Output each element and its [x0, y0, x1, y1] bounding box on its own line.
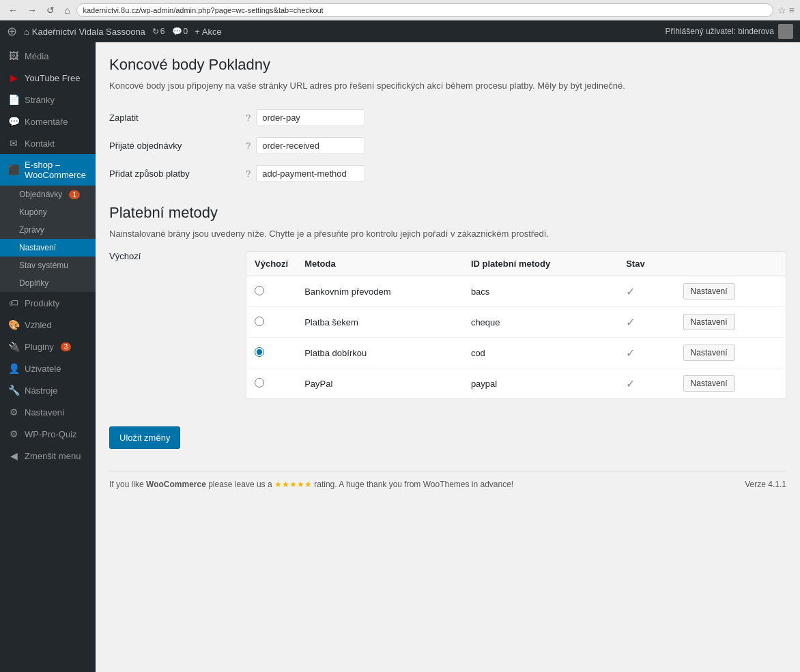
payment-methods-desc: Nainstalované brány jsou uvedeny níže. C… [109, 227, 786, 241]
table-row[interactable]: Platba šekem cheque ✓ Nastavení [246, 307, 786, 338]
table-row[interactable]: Platba dobírkou cod ✓ Nastavení [246, 338, 786, 368]
sidebar-item-media[interactable]: 🖼 Média [0, 45, 96, 67]
field-label-addpayment: Přidat způsob platby [109, 169, 246, 179]
nav-forward-button[interactable]: → [25, 3, 40, 17]
user-label: Přihlášený uživatel: binderova [666, 27, 774, 36]
id-bacs: bacs [463, 276, 618, 307]
sidebar-label-media: Média [25, 51, 48, 61]
settings-btn-cod[interactable]: Nastavení [683, 345, 735, 361]
sidebar-item-wpprequiz[interactable]: ⚙ WP-Pro-Quiz [0, 423, 96, 445]
col-method: Metoda [296, 252, 463, 276]
footer-text-after: please leave us a [208, 480, 274, 489]
save-changes-button[interactable]: Uložit změny [109, 426, 180, 449]
nav-reload-button[interactable]: ↺ [44, 3, 57, 17]
site-link[interactable]: ⌂ Kadeřnictví Vidala Sassoona [24, 27, 145, 37]
sidebar-item-woocommerce[interactable]: ⬛ E-shop – WooCommerce [0, 154, 96, 186]
nav-back-button[interactable]: ← [5, 3, 20, 17]
status-icon-bacs: ✓ [626, 286, 635, 297]
checkout-endpoints-title: Koncové body Pokladny [109, 56, 786, 74]
menu-icon: ≡ [789, 5, 795, 16]
col-id: ID platební metody [463, 252, 618, 276]
browser-icons: ☆ ≡ [777, 5, 795, 16]
submenu-item-orders[interactable]: Objednávky 1 [0, 186, 96, 203]
updates-icon-group[interactable]: ↻ 6 [152, 27, 165, 36]
products-icon: 🏷 [8, 297, 19, 308]
field-row-addpayment: Přidat způsob platby ? [109, 165, 786, 182]
footer-version: Verze 4.1.1 [745, 480, 786, 489]
pages-icon: 📄 [8, 94, 19, 105]
user-info: Přihlášený uživatel: binderova [666, 24, 793, 39]
gateway-display-row: Výchozí Výchozí Metoda ID platební metod… [109, 251, 786, 399]
payment-methods-section: Platební metody Nainstalované brány jsou… [109, 204, 786, 400]
method-cod: Platba dobírkou [296, 338, 463, 368]
submenu-item-addons[interactable]: Doplňky [0, 274, 96, 292]
addpayment-input[interactable] [256, 165, 365, 182]
quiz-icon: ⚙ [8, 428, 19, 439]
contact-icon: ✉ [8, 138, 19, 149]
status-cheque: ✓ [618, 307, 674, 338]
plugins-badge: 3 [61, 342, 72, 351]
radio-cheque[interactable] [255, 317, 264, 326]
nav-home-button[interactable]: ⌂ [61, 3, 72, 17]
received-help-icon[interactable]: ? [246, 141, 251, 151]
sidebar-label-collapse: Zmenšit menu [25, 451, 81, 461]
comments-icon-group[interactable]: 💬 0 [172, 27, 188, 36]
sidebar-label-plugins: Pluginy [25, 342, 54, 352]
checkout-endpoints-desc: Koncové body jsou připojeny na vaše strá… [109, 79, 786, 93]
sidebar-item-plugins[interactable]: 🔌 Pluginy 3 [0, 336, 96, 357]
sidebar-item-products[interactable]: 🏷 Produkty [0, 292, 96, 314]
sidebar-item-settings-main[interactable]: ⚙ Nastavení [0, 401, 96, 423]
footer-woocommerce: WooCommerce [146, 480, 206, 489]
submenu-item-status[interactable]: Stav systému [0, 257, 96, 274]
sidebar-item-contact[interactable]: ✉ Kontakt [0, 132, 96, 154]
action-paypal: Nastavení [675, 368, 786, 399]
browser-bar: ← → ↺ ⌂ kadernictvi.8u.cz/wp-admin/admin… [0, 0, 800, 20]
submenu-item-reports[interactable]: Zprávy [0, 221, 96, 239]
sidebar-item-appearance[interactable]: 🎨 Vzhled [0, 314, 96, 336]
collapse-icon: ◀ [8, 450, 19, 461]
radio-paypal[interactable] [255, 378, 264, 388]
col-action [675, 252, 786, 276]
sidebar: 🖼 Média ▶ YouTube Free 📄 Stránky 💬 Komen… [0, 42, 96, 672]
footer-text-before: If you like [109, 480, 146, 489]
refresh-icon: ↻ [152, 27, 159, 36]
action-cheque: Nastavení [675, 307, 786, 338]
col-status: Stav [618, 252, 674, 276]
received-input[interactable] [256, 137, 365, 154]
settings-btn-cheque[interactable]: Nastavení [683, 314, 735, 330]
radio-bacs[interactable] [255, 286, 264, 295]
zaplatit-input[interactable] [256, 109, 365, 126]
sidebar-item-pages[interactable]: 📄 Stránky [0, 89, 96, 111]
sidebar-item-comments[interactable]: 💬 Komentáře [0, 111, 96, 132]
settings-btn-bacs[interactable]: Nastavení [683, 283, 735, 300]
sidebar-label-users: Uživatelé [25, 364, 61, 374]
settings-btn-paypal[interactable]: Nastavení [683, 375, 735, 392]
new-post-button[interactable]: + Akce [195, 27, 221, 37]
radio-cell-paypal [246, 368, 297, 399]
footer-bar: If you like WooCommerce please leave us … [109, 471, 786, 497]
admin-bar: ⊕ ⌂ Kadeřnictví Vidala Sassoona ↻ 6 💬 0 … [0, 20, 800, 42]
submenu-item-coupons[interactable]: Kupóny [0, 203, 96, 221]
radio-cod[interactable] [255, 347, 264, 357]
sidebar-label-appearance: Vzhled [25, 320, 52, 330]
sidebar-item-youtube[interactable]: ▶ YouTube Free [0, 67, 96, 89]
sidebar-item-users[interactable]: 👤 Uživatelé [0, 357, 96, 379]
sidebar-label-youtube: YouTube Free [25, 73, 80, 83]
status-icon-cheque: ✓ [626, 317, 635, 328]
footer-stars: ★★★★★ [274, 480, 312, 489]
table-row[interactable]: Bankovním převodem bacs ✓ Nastavení [246, 276, 786, 307]
id-paypal: paypal [463, 368, 618, 399]
comments-count: 0 [184, 27, 188, 36]
submenu-label-orders: Objednávky [19, 190, 62, 199]
admin-icons: ↻ 6 💬 0 + Akce [152, 27, 222, 37]
url-bar[interactable]: kadernictvi.8u.cz/wp-admin/admin.php?pag… [76, 3, 773, 17]
footer-text-end: rating. A huge thank you from WooThemes … [314, 480, 513, 489]
zaplatit-help-icon[interactable]: ? [246, 113, 251, 123]
sidebar-item-tools[interactable]: 🔧 Nástroje [0, 379, 96, 401]
method-paypal: PayPal [296, 368, 463, 399]
table-row[interactable]: PayPal paypal ✓ Nastavení [246, 368, 786, 399]
comments-icon: 💬 [8, 116, 19, 127]
addpayment-help-icon[interactable]: ? [246, 169, 251, 179]
submenu-item-settings[interactable]: Nastavení [0, 239, 96, 257]
sidebar-item-collapse[interactable]: ◀ Zmenšit menu [0, 445, 96, 467]
